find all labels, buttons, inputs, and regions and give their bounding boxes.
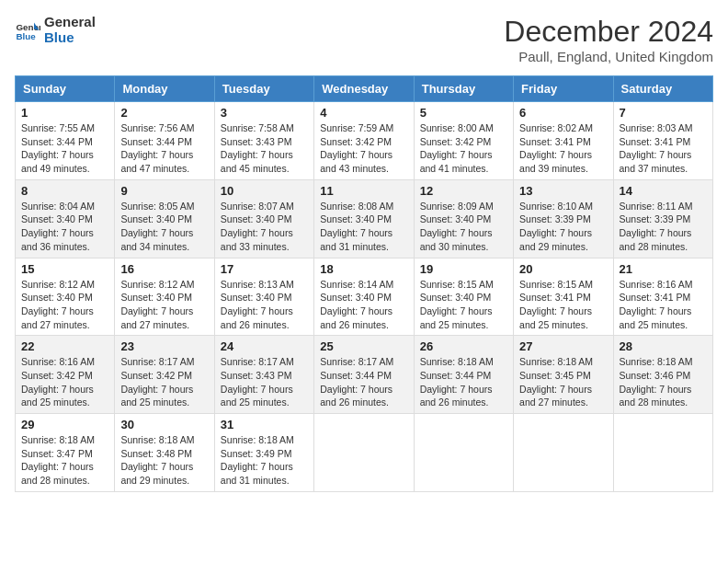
day-info: Sunrise: 7:59 AM Sunset: 3:42 PM Dayligh… — [320, 121, 407, 176]
location: Paull, England, United Kingdom — [504, 49, 713, 64]
day-number: 26 — [420, 339, 507, 353]
calendar-week-row: 8 Sunrise: 8:04 AM Sunset: 3:40 PM Dayli… — [16, 179, 713, 258]
calendar-body: 1 Sunrise: 7:55 AM Sunset: 3:44 PM Dayli… — [16, 102, 713, 492]
logo-general: General — [44, 15, 96, 30]
day-number: 19 — [420, 262, 507, 276]
title-area: December 2024 Paull, England, United Kin… — [504, 15, 713, 64]
day-cell: 24 Sunrise: 8:17 AM Sunset: 3:43 PM Dayl… — [214, 336, 313, 414]
day-info: Sunrise: 8:10 AM Sunset: 3:39 PM Dayligh… — [519, 200, 607, 254]
day-number: 29 — [21, 418, 108, 431]
day-number: 18 — [320, 262, 407, 276]
day-info: Sunrise: 8:03 AM Sunset: 3:41 PM Dayligh… — [620, 121, 707, 176]
day-number: 21 — [620, 262, 707, 276]
day-number: 17 — [221, 262, 308, 276]
day-info: Sunrise: 8:07 AM Sunset: 3:40 PM Dayligh… — [221, 200, 308, 254]
day-cell: 6 Sunrise: 8:02 AM Sunset: 3:41 PM Dayli… — [514, 102, 613, 180]
col-wednesday: Wednesday — [314, 76, 414, 102]
header: General Blue General Blue December 2024 … — [15, 15, 713, 64]
day-info: Sunrise: 8:18 AM Sunset: 3:46 PM Dayligh… — [620, 355, 707, 409]
day-cell: 25 Sunrise: 8:17 AM Sunset: 3:44 PM Dayl… — [314, 336, 414, 414]
day-number: 23 — [120, 339, 208, 353]
day-cell: 5 Sunrise: 8:00 AM Sunset: 3:42 PM Dayli… — [414, 102, 513, 180]
logo: General Blue General Blue — [15, 15, 96, 45]
day-number: 5 — [420, 106, 507, 120]
day-number: 28 — [620, 339, 707, 353]
day-info: Sunrise: 8:17 AM Sunset: 3:44 PM Dayligh… — [320, 355, 407, 409]
day-number: 16 — [120, 262, 208, 276]
day-info: Sunrise: 8:12 AM Sunset: 3:40 PM Dayligh… — [21, 278, 108, 332]
day-info: Sunrise: 7:58 AM Sunset: 3:43 PM Dayligh… — [221, 121, 308, 176]
day-info: Sunrise: 8:12 AM Sunset: 3:40 PM Dayligh… — [120, 278, 208, 332]
day-cell: 28 Sunrise: 8:18 AM Sunset: 3:46 PM Dayl… — [613, 336, 712, 414]
day-number: 14 — [620, 184, 707, 198]
day-cell: 3 Sunrise: 7:58 AM Sunset: 3:43 PM Dayli… — [214, 102, 313, 180]
logo-blue: Blue — [44, 30, 96, 46]
day-number: 9 — [120, 184, 208, 198]
day-cell: 20 Sunrise: 8:15 AM Sunset: 3:41 PM Dayl… — [514, 258, 613, 336]
empty-day-cell — [314, 414, 414, 492]
empty-day-cell — [613, 414, 712, 492]
logo-icon: General Blue — [15, 17, 40, 43]
day-cell: 26 Sunrise: 8:18 AM Sunset: 3:44 PM Dayl… — [414, 336, 513, 414]
day-info: Sunrise: 8:18 AM Sunset: 3:44 PM Dayligh… — [420, 355, 507, 409]
day-cell: 27 Sunrise: 8:18 AM Sunset: 3:45 PM Dayl… — [514, 336, 613, 414]
day-cell: 7 Sunrise: 8:03 AM Sunset: 3:41 PM Dayli… — [613, 102, 712, 180]
day-cell: 12 Sunrise: 8:09 AM Sunset: 3:40 PM Dayl… — [414, 179, 513, 258]
day-info: Sunrise: 8:18 AM Sunset: 3:48 PM Dayligh… — [120, 433, 208, 488]
day-number: 2 — [120, 106, 208, 120]
day-number: 7 — [620, 106, 707, 120]
weekday-header-row: Sunday Monday Tuesday Wednesday Thursday… — [16, 76, 713, 102]
day-number: 15 — [21, 262, 108, 276]
day-cell: 8 Sunrise: 8:04 AM Sunset: 3:40 PM Dayli… — [16, 179, 115, 258]
day-cell: 22 Sunrise: 8:16 AM Sunset: 3:42 PM Dayl… — [16, 336, 115, 414]
calendar-week-row: 29 Sunrise: 8:18 AM Sunset: 3:47 PM Dayl… — [16, 414, 713, 492]
day-info: Sunrise: 8:13 AM Sunset: 3:40 PM Dayligh… — [221, 278, 308, 332]
day-cell: 30 Sunrise: 8:18 AM Sunset: 3:48 PM Dayl… — [115, 414, 214, 492]
day-info: Sunrise: 8:18 AM Sunset: 3:47 PM Dayligh… — [21, 433, 108, 488]
day-number: 31 — [221, 418, 308, 431]
calendar-week-row: 22 Sunrise: 8:16 AM Sunset: 3:42 PM Dayl… — [16, 336, 713, 414]
empty-day-cell — [414, 414, 513, 492]
day-info: Sunrise: 8:17 AM Sunset: 3:42 PM Dayligh… — [120, 355, 208, 409]
day-info: Sunrise: 8:18 AM Sunset: 3:49 PM Dayligh… — [221, 433, 308, 488]
day-info: Sunrise: 8:00 AM Sunset: 3:42 PM Dayligh… — [420, 121, 507, 176]
day-info: Sunrise: 8:16 AM Sunset: 3:42 PM Dayligh… — [21, 355, 108, 409]
calendar-week-row: 1 Sunrise: 7:55 AM Sunset: 3:44 PM Dayli… — [16, 102, 713, 180]
day-cell: 17 Sunrise: 8:13 AM Sunset: 3:40 PM Dayl… — [214, 258, 313, 336]
day-info: Sunrise: 7:56 AM Sunset: 3:44 PM Dayligh… — [120, 121, 208, 176]
day-cell: 9 Sunrise: 8:05 AM Sunset: 3:40 PM Dayli… — [115, 179, 214, 258]
day-info: Sunrise: 8:14 AM Sunset: 3:40 PM Dayligh… — [320, 278, 407, 332]
col-friday: Friday — [514, 76, 613, 102]
day-info: Sunrise: 7:55 AM Sunset: 3:44 PM Dayligh… — [21, 121, 108, 176]
day-info: Sunrise: 8:18 AM Sunset: 3:45 PM Dayligh… — [519, 355, 607, 409]
day-number: 11 — [320, 184, 407, 198]
day-cell: 21 Sunrise: 8:16 AM Sunset: 3:41 PM Dayl… — [613, 258, 712, 336]
day-cell: 15 Sunrise: 8:12 AM Sunset: 3:40 PM Dayl… — [16, 258, 115, 336]
day-number: 10 — [221, 184, 308, 198]
day-number: 1 — [21, 106, 108, 120]
day-cell: 10 Sunrise: 8:07 AM Sunset: 3:40 PM Dayl… — [214, 179, 313, 258]
day-info: Sunrise: 8:15 AM Sunset: 3:40 PM Dayligh… — [420, 278, 507, 332]
col-monday: Monday — [115, 76, 214, 102]
day-info: Sunrise: 8:08 AM Sunset: 3:40 PM Dayligh… — [320, 200, 407, 254]
empty-day-cell — [514, 414, 613, 492]
day-info: Sunrise: 8:09 AM Sunset: 3:40 PM Dayligh… — [420, 200, 507, 254]
day-cell: 18 Sunrise: 8:14 AM Sunset: 3:40 PM Dayl… — [314, 258, 414, 336]
col-sunday: Sunday — [16, 76, 115, 102]
day-number: 30 — [120, 418, 208, 431]
day-number: 3 — [221, 106, 308, 120]
day-cell: 14 Sunrise: 8:11 AM Sunset: 3:39 PM Dayl… — [613, 179, 712, 258]
day-info: Sunrise: 8:11 AM Sunset: 3:39 PM Dayligh… — [620, 200, 707, 254]
day-number: 27 — [519, 339, 607, 353]
day-number: 20 — [519, 262, 607, 276]
day-cell: 2 Sunrise: 7:56 AM Sunset: 3:44 PM Dayli… — [115, 102, 214, 180]
day-cell: 29 Sunrise: 8:18 AM Sunset: 3:47 PM Dayl… — [16, 414, 115, 492]
col-saturday: Saturday — [613, 76, 712, 102]
day-number: 6 — [519, 106, 607, 120]
day-cell: 1 Sunrise: 7:55 AM Sunset: 3:44 PM Dayli… — [16, 102, 115, 180]
day-info: Sunrise: 8:02 AM Sunset: 3:41 PM Dayligh… — [519, 121, 607, 176]
day-cell: 19 Sunrise: 8:15 AM Sunset: 3:40 PM Dayl… — [414, 258, 513, 336]
day-number: 25 — [320, 339, 407, 353]
day-cell: 23 Sunrise: 8:17 AM Sunset: 3:42 PM Dayl… — [115, 336, 214, 414]
day-info: Sunrise: 8:16 AM Sunset: 3:41 PM Dayligh… — [620, 278, 707, 332]
